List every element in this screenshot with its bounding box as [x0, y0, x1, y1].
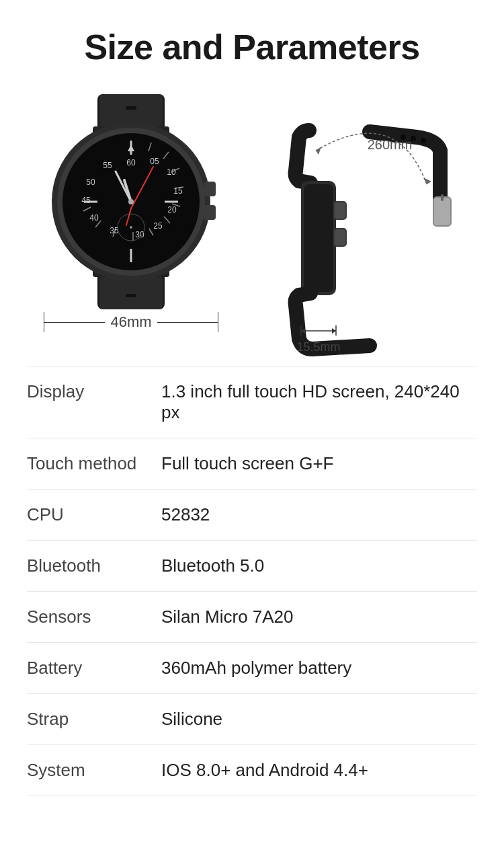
svg-marker-61 — [316, 147, 321, 155]
watch-front-svg: 60 05 10 15 20 25 30 35 40 45 50 55 — [40, 94, 222, 309]
spec-label: Touch method — [27, 453, 161, 474]
svg-rect-9 — [204, 182, 216, 196]
svg-rect-48 — [126, 294, 136, 297]
svg-rect-54 — [335, 229, 345, 245]
spec-row: Touch methodFull touch screen G+F — [27, 438, 477, 490]
svg-point-46 — [128, 199, 134, 204]
svg-rect-47 — [126, 106, 136, 110]
watch-front-view: 60 05 10 15 20 25 30 35 40 45 50 55 — [34, 94, 228, 332]
svg-text:50: 50 — [86, 178, 95, 187]
spec-label: System — [27, 760, 161, 781]
spec-value: Bluetooth 5.0 — [161, 555, 477, 576]
svg-marker-62 — [423, 178, 431, 184]
svg-text:260mm: 260mm — [368, 137, 413, 152]
svg-text:05: 05 — [150, 157, 159, 166]
page-title: Size and Parameters — [0, 0, 504, 87]
svg-marker-68 — [332, 328, 336, 334]
svg-point-60 — [421, 138, 426, 143]
spec-label: Bluetooth — [27, 555, 161, 576]
spec-value: 360mAh polymer battery — [161, 658, 477, 679]
svg-text:60: 60 — [126, 158, 136, 167]
watch-side-svg: 260mm 15.5mm — [262, 117, 464, 332]
width-label: 46mm — [105, 313, 157, 331]
spec-value: 52832 — [161, 504, 477, 525]
svg-rect-10 — [204, 205, 216, 220]
watch-diagrams: 60 05 10 15 20 25 30 35 40 45 50 55 — [0, 87, 504, 346]
spec-row: Battery360mAh polymer battery — [27, 643, 477, 694]
svg-text:10: 10 — [167, 167, 176, 177]
watch-side-view: 260mm 15.5mm — [255, 117, 470, 332]
spec-value: Silicone — [161, 709, 477, 730]
svg-text:20: 20 — [167, 205, 177, 215]
spec-row: CPU52832 — [27, 490, 477, 541]
spec-row: BluetoothBluetooth 5.0 — [27, 541, 477, 592]
width-dimension: 46mm — [44, 312, 218, 332]
spec-row: StrapSilicone — [27, 694, 477, 745]
spec-row: SensorsSilan Micro 7A20 — [27, 592, 477, 643]
spec-value: Full touch screen G+F — [161, 453, 477, 474]
svg-text:15: 15 — [173, 186, 183, 196]
spec-label: Sensors — [27, 607, 161, 627]
spec-label: CPU — [27, 504, 161, 525]
svg-text:15.5mm: 15.5mm — [296, 340, 340, 354]
svg-rect-50 — [304, 184, 333, 292]
spec-label: Battery — [27, 658, 161, 679]
svg-rect-57 — [441, 194, 444, 201]
spec-value: 1.3 inch full touch HD screen, 240*240 p… — [161, 381, 477, 423]
svg-text:30: 30 — [135, 230, 144, 239]
spec-label: Display — [27, 381, 161, 402]
svg-text:45: 45 — [81, 196, 91, 205]
spec-value: IOS 8.0+ and Android 4.4+ — [161, 760, 477, 781]
spec-row: SystemIOS 8.0+ and Android 4.4+ — [27, 745, 477, 796]
spec-value: Silan Micro 7A20 — [161, 607, 477, 627]
svg-text:40: 40 — [89, 213, 99, 223]
spec-label: Strap — [27, 709, 161, 730]
spec-table: Display1.3 inch full touch HD screen, 24… — [0, 346, 504, 816]
spec-row: Display1.3 inch full touch HD screen, 24… — [27, 366, 477, 438]
svg-point-41 — [130, 226, 132, 229]
svg-rect-52 — [335, 202, 345, 219]
svg-text:55: 55 — [103, 161, 112, 170]
svg-text:25: 25 — [153, 221, 163, 231]
svg-rect-56 — [434, 198, 450, 225]
